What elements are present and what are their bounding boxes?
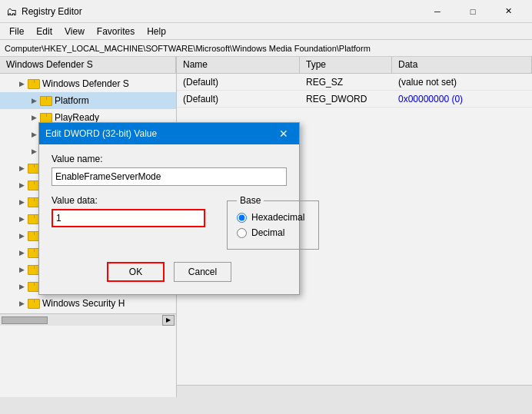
list-item[interactable]: ▶ Windows Security H xyxy=(0,295,176,312)
list-item[interactable]: ▶ Platform xyxy=(0,92,176,109)
cell-name: (Default) xyxy=(177,75,300,89)
address-bar: Computer\HKEY_LOCAL_MACHINE\SOFTWARE\Mic… xyxy=(0,40,532,57)
cell-data: (value not set) xyxy=(392,75,532,89)
edit-dword-dialog: Edit DWORD (32-bit) Value ✕ Value name: … xyxy=(38,122,300,295)
hexadecimal-label: Hexadecimal xyxy=(251,212,304,223)
dialog-buttons: OK Cancel xyxy=(52,262,287,285)
dialog-title-bar: Edit DWORD (32-bit) Value ✕ xyxy=(39,123,299,144)
menu-file[interactable]: File xyxy=(3,25,30,38)
tree-item-label: Windows Defender S xyxy=(42,78,129,89)
expand-icon[interactable]: ▶ xyxy=(15,280,28,293)
hexadecimal-radio[interactable] xyxy=(237,213,247,223)
list-item[interactable]: ▶ Windows Defender S xyxy=(0,75,176,92)
expand-icon[interactable]: ▶ xyxy=(15,162,28,174)
app-title: Registry Editor xyxy=(22,6,420,17)
tree-item-label: Platform xyxy=(55,95,89,106)
expand-icon[interactable]: ▶ xyxy=(15,213,28,225)
value-data-label: Value data: xyxy=(52,195,205,206)
address-path: Computer\HKEY_LOCAL_MACHINE\SOFTWARE\Mic… xyxy=(5,44,371,53)
window-controls: ─ □ ✕ xyxy=(420,0,526,23)
expand-icon[interactable]: ▶ xyxy=(15,78,28,90)
close-button[interactable]: ✕ xyxy=(490,0,526,23)
right-header: Name Type Data xyxy=(177,57,532,74)
menu-favorites[interactable]: Favorites xyxy=(91,25,141,38)
expand-icon[interactable]: ▶ xyxy=(15,263,28,276)
folder-icon xyxy=(40,95,52,106)
app-icon: 🗂 xyxy=(6,5,17,18)
tree-header: Windows Defender S xyxy=(0,57,176,74)
base-legend: Base xyxy=(237,195,264,206)
form-row: Value data: Base Hexadecimal Decimal xyxy=(52,195,287,250)
tree-scrollbar[interactable]: ▶ xyxy=(0,313,176,326)
decimal-label: Decimal xyxy=(251,227,284,238)
value-data-section: Value data: xyxy=(52,195,205,227)
main-content: Windows Defender S ▶ Windows Defender S … xyxy=(0,57,532,397)
dialog-close-button[interactable]: ✕ xyxy=(274,124,293,143)
title-bar: 🗂 Registry Editor ─ □ ✕ xyxy=(0,0,532,23)
value-name-label: Value name: xyxy=(52,154,287,164)
base-group: Base Hexadecimal Decimal xyxy=(227,195,319,250)
cancel-button[interactable]: Cancel xyxy=(174,262,231,282)
value-data-input[interactable] xyxy=(52,209,205,227)
dialog-title: Edit DWORD (32-bit) Value xyxy=(45,128,274,139)
folder-icon xyxy=(28,78,40,89)
col-data-header: Data xyxy=(392,57,532,73)
cell-data: 0x00000000 (0) xyxy=(392,92,532,106)
col-type-header: Type xyxy=(300,57,392,73)
dialog-body: Value name: Value data: Base Hexadecimal xyxy=(39,144,299,294)
maximize-button[interactable]: □ xyxy=(455,0,490,23)
menu-view[interactable]: View xyxy=(58,25,91,38)
cell-name: (Default) xyxy=(177,92,300,106)
minimize-button[interactable]: ─ xyxy=(420,0,455,23)
expand-icon[interactable]: ▶ xyxy=(28,94,40,107)
cell-type: REG_DWORD xyxy=(300,92,392,106)
tree-item-label: PlayReady xyxy=(55,112,99,123)
expand-icon[interactable]: ▶ xyxy=(15,196,28,208)
hexadecimal-radio-label[interactable]: Hexadecimal xyxy=(237,212,309,223)
menu-help[interactable]: Help xyxy=(141,25,172,38)
decimal-radio-label[interactable]: Decimal xyxy=(237,227,309,238)
col-name-header: Name xyxy=(177,57,300,73)
folder-icon xyxy=(28,298,40,309)
right-scrollbar[interactable] xyxy=(177,385,532,397)
menu-edit[interactable]: Edit xyxy=(30,25,58,38)
table-row[interactable]: (Default) REG_SZ (value not set) xyxy=(177,74,532,91)
value-name-input[interactable] xyxy=(52,167,287,186)
expand-icon[interactable]: ▶ xyxy=(15,297,28,310)
tree-header-label: Windows Defender S xyxy=(0,57,176,73)
expand-icon[interactable]: ▶ xyxy=(15,247,28,259)
ok-button[interactable]: OK xyxy=(107,262,165,282)
expand-icon[interactable]: ▶ xyxy=(15,230,28,242)
table-row[interactable]: (Default) REG_DWORD 0x00000000 (0) xyxy=(177,91,532,108)
expand-icon[interactable]: ▶ xyxy=(15,179,28,191)
folder-icon xyxy=(40,112,52,123)
tree-item-label: Windows Security H xyxy=(42,298,125,309)
cell-type: REG_SZ xyxy=(300,75,392,89)
menu-bar: File Edit View Favorites Help xyxy=(0,23,532,40)
decimal-radio[interactable] xyxy=(237,228,247,238)
